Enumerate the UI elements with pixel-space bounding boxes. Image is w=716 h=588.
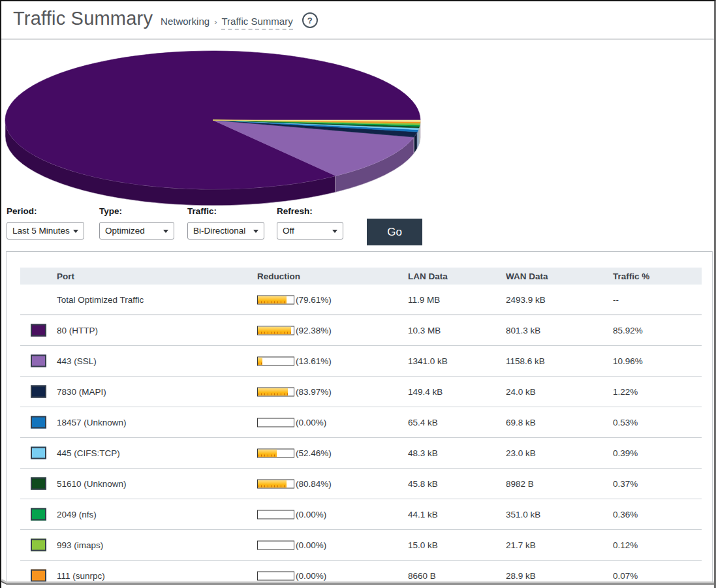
traffic-table: Port Reduction LAN Data WAN Data Traffic…	[20, 268, 702, 588]
table-row: 443 (SSL)(13.61%)1341.0 kB1158.6 kB10.96…	[20, 346, 702, 377]
port-cell: 7830 (MAPI)	[57, 387, 106, 397]
port-cell: 443 (SSL)	[57, 356, 97, 366]
reduction-bar	[257, 356, 294, 365]
reduction-percent-label: (92.38%)	[296, 326, 332, 335]
traffic-percent-cell: 1.22%	[613, 387, 638, 397]
traffic-percent-cell: 0.12%	[613, 540, 638, 550]
port-color-swatch	[31, 570, 46, 582]
type-select[interactable]: Optimized	[99, 222, 174, 240]
reduction-percent-label: (80.84%)	[296, 479, 332, 489]
period-selected-value: Last 5 Minutes	[12, 226, 70, 236]
port-color-swatch	[31, 478, 46, 490]
breadcrumb: Networking › Traffic Summary	[161, 16, 293, 30]
traffic-selected-value: Bi-Directional	[193, 226, 245, 236]
reduction-percent-label: (0.00%)	[296, 510, 326, 519]
refresh-control: Refresh: Off	[277, 206, 343, 240]
reduction-bar	[257, 418, 294, 427]
port-color-swatch	[31, 386, 46, 398]
reduction-percent-label: (0.00%)	[296, 418, 326, 427]
port-cell: 111 (sunrpc)	[57, 571, 105, 581]
reduction-cell: (83.97%)	[257, 387, 332, 397]
refresh-select[interactable]: Off	[277, 222, 343, 240]
port-color-swatch	[31, 355, 46, 367]
table-row: 445 (CIFS:TCP)(52.46%)48.3 kB23.0 kB0.39…	[20, 438, 702, 469]
reduction-cell: (52.46%)	[257, 448, 332, 458]
traffic-table-panel: Port Reduction LAN Data WAN Data Traffic…	[6, 251, 713, 588]
period-label: Period:	[7, 206, 84, 216]
wan-data-cell: 2493.9 kB	[506, 295, 546, 305]
lan-data-cell: 8660 B	[408, 571, 436, 581]
table-row: 993 (imaps)(0.00%)15.0 kB21.7 kB0.12%	[20, 530, 702, 561]
reduction-cell: (0.00%)	[257, 510, 326, 519]
port-cell: 51610 (Unknown)	[57, 479, 127, 489]
refresh-selected-value: Off	[283, 226, 294, 236]
traffic-select[interactable]: Bi-Directional	[187, 222, 264, 240]
wan-data-cell: 8982 B	[506, 479, 534, 489]
traffic-percent-cell: 0.07%	[613, 571, 638, 581]
reduction-bar-fill	[258, 480, 287, 487]
port-cell: 993 (imaps)	[57, 540, 103, 550]
wan-data-cell: 24.0 kB	[506, 387, 536, 397]
reduction-cell: (13.61%)	[257, 356, 332, 366]
reduction-cell: (0.00%)	[257, 418, 326, 427]
type-selected-value: Optimized	[105, 226, 145, 236]
chevron-down-icon	[73, 230, 78, 233]
chevron-down-icon	[332, 230, 337, 233]
reduction-percent-label: (52.46%)	[296, 448, 332, 458]
traffic-percent-cell: 10.96%	[613, 356, 643, 366]
refresh-label: Refresh:	[277, 206, 343, 216]
reduction-bar-fill	[258, 388, 288, 395]
page-header: Traffic Summary Networking › Traffic Sum…	[1, 1, 714, 39]
lan-data-cell: 48.3 kB	[408, 448, 438, 458]
port-cell: 18457 (Unknown)	[57, 418, 127, 427]
traffic-percent-cell: 85.92%	[613, 326, 643, 335]
pie-chart-svg	[3, 40, 439, 211]
reduction-bar	[257, 479, 294, 488]
column-header-lan-data: LAN Data	[408, 271, 448, 281]
period-select[interactable]: Last 5 Minutes	[7, 222, 84, 240]
help-icon[interactable]: ?	[302, 12, 318, 28]
lan-data-cell: 11.9 MB	[408, 295, 440, 305]
table-row: Total Optimized Traffic(79.61%)11.9 MB24…	[20, 285, 702, 315]
table-row: 18457 (Unknown)(0.00%)65.4 kB69.8 kB0.53…	[20, 407, 702, 438]
lan-data-cell: 1341.0 kB	[408, 356, 448, 366]
wan-data-cell: 23.0 kB	[506, 448, 536, 458]
breadcrumb-current[interactable]: Traffic Summary	[221, 16, 292, 30]
reduction-bar-fill	[258, 326, 291, 334]
type-control: Type: Optimized	[99, 206, 174, 240]
port-color-swatch	[31, 324, 46, 337]
reduction-bar-fill	[258, 357, 262, 365]
traffic-percent-cell: 0.37%	[613, 479, 638, 489]
lan-data-cell: 45.8 kB	[408, 479, 438, 489]
reduction-bar-fill	[258, 296, 287, 303]
lan-data-cell: 149.4 kB	[408, 387, 443, 397]
lan-data-cell: 10.3 MB	[408, 326, 441, 335]
reduction-cell: (80.84%)	[257, 479, 332, 489]
reduction-percent-label: (79.61%)	[296, 295, 332, 305]
breadcrumb-section[interactable]: Networking	[161, 16, 210, 27]
period-control: Period: Last 5 Minutes	[7, 206, 84, 240]
traffic-summary-page: Traffic Summary Networking › Traffic Sum…	[0, 0, 716, 588]
page-title: Traffic Summary	[13, 8, 153, 29]
go-button[interactable]: Go	[367, 219, 422, 245]
traffic-percent-cell: 0.53%	[613, 418, 638, 427]
lan-data-cell: 44.1 kB	[408, 510, 438, 519]
port-cell: 445 (CIFS:TCP)	[57, 448, 120, 458]
reduction-cell: (0.00%)	[257, 571, 326, 581]
reduction-bar	[257, 448, 294, 457]
port-cell: 2049 (nfs)	[57, 510, 97, 519]
lan-data-cell: 65.4 kB	[408, 418, 438, 427]
reduction-percent-label: (0.00%)	[296, 540, 326, 550]
reduction-percent-label: (83.97%)	[296, 387, 332, 397]
chevron-down-icon	[253, 230, 258, 233]
table-header-row: Port Reduction LAN Data WAN Data Traffic…	[20, 268, 702, 285]
breadcrumb-separator-icon: ›	[214, 17, 217, 27]
wan-data-cell: 351.0 kB	[506, 510, 540, 519]
port-cell: Total Optimized Traffic	[57, 295, 144, 305]
port-color-swatch	[31, 416, 46, 429]
lan-data-cell: 15.0 kB	[408, 540, 438, 550]
type-label: Type:	[99, 206, 174, 216]
wan-data-cell: 801.3 kB	[506, 326, 540, 335]
traffic-percent-cell: 0.36%	[613, 510, 638, 519]
table-row: 80 (HTTP)(92.38%)10.3 MB801.3 kB85.92%	[20, 315, 702, 346]
